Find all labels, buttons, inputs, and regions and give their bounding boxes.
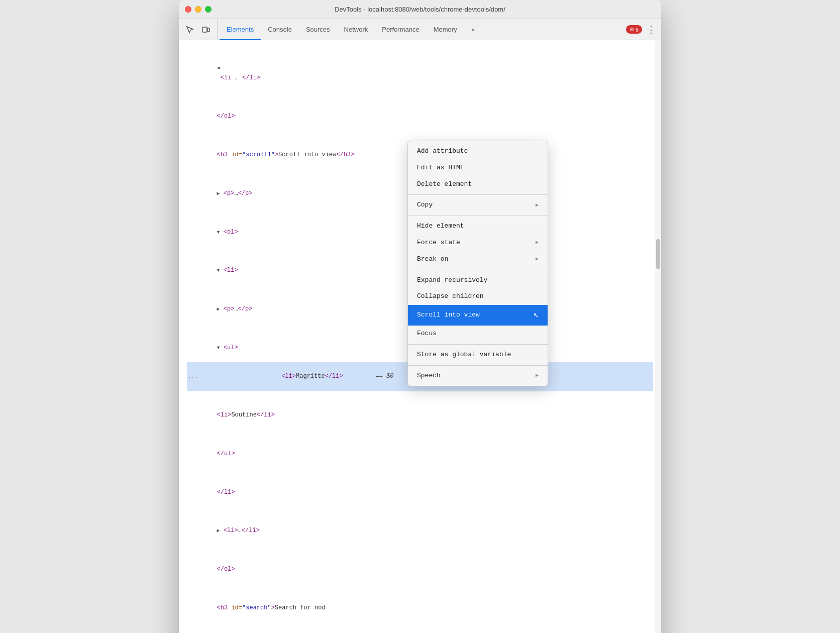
dom-line: </ol>	[187, 546, 653, 584]
cursor-indicator: ↖	[533, 308, 539, 323]
menu-arrow-icon: ▶	[536, 201, 539, 209]
menu-item-break-on[interactable]: Break on ▶	[408, 251, 548, 268]
menu-item-delete-element[interactable]: Delete element	[408, 176, 548, 193]
menu-item-expand-recursively[interactable]: Expand recursively	[408, 272, 548, 289]
tab-elements[interactable]: Elements	[220, 19, 261, 40]
context-menu: Add attribute Edit as HTML Delete elemen…	[407, 141, 548, 386]
device-toolbar-button[interactable]	[199, 23, 213, 37]
window-title: DevTools - localhost:8080/web/tools/chro…	[335, 6, 505, 13]
maximize-button[interactable]	[205, 6, 212, 13]
tab-sources[interactable]: Sources	[299, 19, 337, 40]
menu-arrow-icon: ▶	[536, 255, 539, 263]
toolbar: Elements Console Sources Network Perform…	[179, 19, 661, 40]
titlebar: DevTools - localhost:8080/web/tools/chro…	[179, 0, 661, 19]
traffic-lights	[185, 6, 212, 13]
menu-divider	[408, 216, 548, 216]
menu-arrow-icon: ▶	[536, 239, 539, 247]
menu-item-scroll-into-view[interactable]: Scroll into view ↖	[408, 305, 548, 326]
menu-item-collapse-children[interactable]: Collapse children	[408, 288, 548, 305]
error-icon: ⊗	[629, 26, 634, 33]
menu-item-speech[interactable]: Speech ▶	[408, 368, 548, 384]
toolbar-right: ⊗ 6 ⋮	[622, 19, 661, 40]
menu-item-hide-element[interactable]: Hide element	[408, 218, 548, 235]
menu-item-force-state[interactable]: Force state ▶	[408, 235, 548, 251]
tab-memory[interactable]: Memory	[427, 19, 464, 40]
dom-panel[interactable]: ◀ <li … </li> </ol> <h3 id="scroll1">Scr…	[179, 40, 661, 633]
error-count: 6	[636, 27, 639, 33]
menu-item-focus[interactable]: Focus	[408, 326, 548, 342]
dom-line: ◀ <li … </li>	[187, 44, 653, 92]
menu-divider	[408, 344, 548, 345]
scrollbar-track	[655, 40, 661, 633]
menu-divider	[408, 365, 548, 366]
close-button[interactable]	[185, 6, 191, 13]
main-tabs: Elements Console Sources Network Perform…	[218, 19, 622, 40]
tab-network[interactable]: Network	[337, 19, 375, 40]
menu-item-add-attribute[interactable]: Add attribute	[408, 143, 548, 160]
scrollbar-thumb[interactable]	[656, 239, 660, 269]
minimize-button[interactable]	[195, 6, 201, 13]
dom-line: <h3 id="search">Search for nod	[187, 584, 653, 623]
dom-line: </ol>	[187, 92, 653, 131]
inspect-element-button[interactable]	[183, 23, 197, 37]
dom-line: ▶ <p>…</p>	[187, 622, 653, 633]
menu-item-copy[interactable]: Copy ▶	[408, 197, 548, 214]
menu-item-edit-html[interactable]: Edit as HTML	[408, 160, 548, 176]
more-options-button[interactable]: ⋮	[645, 24, 657, 36]
menu-divider	[408, 194, 548, 195]
dom-line: </li>	[187, 468, 653, 507]
toolbar-icons	[179, 19, 218, 40]
devtools-window: DevTools - localhost:8080/web/tools/chro…	[179, 0, 661, 633]
menu-arrow-icon: ▶	[536, 372, 539, 380]
tab-more[interactable]: »	[464, 19, 482, 40]
dom-line: ▶ <li>…</li>	[187, 507, 653, 546]
svg-rect-1	[207, 28, 209, 32]
menu-item-store-global[interactable]: Store as global variable	[408, 347, 548, 363]
menu-divider	[408, 270, 548, 270]
dom-line: </ul>	[187, 430, 653, 469]
tab-console[interactable]: Console	[261, 19, 299, 40]
svg-rect-0	[202, 27, 207, 32]
devtools-content: ◀ <li … </li> </ol> <h3 id="scroll1">Scr…	[179, 40, 661, 633]
dom-line: <li>Soutine</li>	[187, 391, 653, 430]
error-badge[interactable]: ⊗ 6	[626, 25, 642, 34]
tab-performance[interactable]: Performance	[375, 19, 426, 40]
